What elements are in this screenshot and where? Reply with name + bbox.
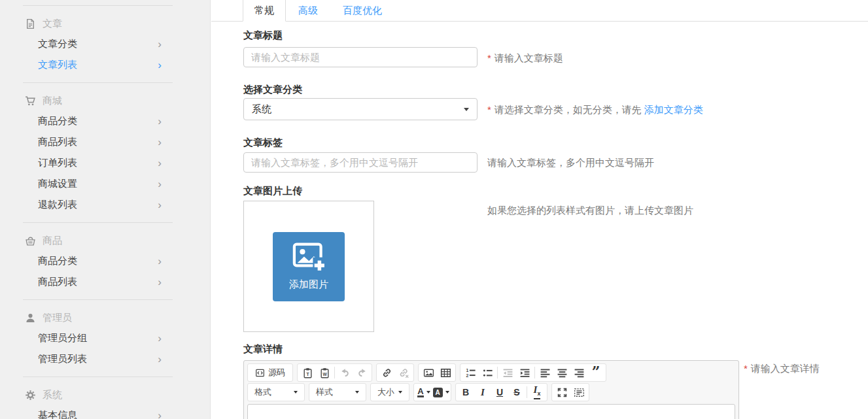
sidebar-section-product[interactable]: 商品 bbox=[0, 231, 210, 250]
toolbar-group-colors: A A bbox=[413, 383, 451, 401]
align-center-button[interactable] bbox=[553, 365, 570, 380]
align-left-button[interactable] bbox=[536, 365, 553, 380]
toolbar-separator bbox=[527, 386, 527, 398]
sidebar-divider bbox=[23, 222, 173, 223]
background-color-button[interactable]: A bbox=[432, 384, 449, 400]
caret-down-icon bbox=[294, 391, 298, 394]
required-mark: * bbox=[487, 52, 491, 63]
add-category-link[interactable]: 添加文章分类 bbox=[644, 104, 703, 115]
sidebar: 文章 文章分类 › 文章列表 › 商城 商品分类 › 商品列表 › 订单列表 ›… bbox=[0, 0, 211, 419]
sidebar-divider bbox=[23, 299, 173, 300]
bold-button[interactable]: B bbox=[457, 384, 474, 400]
article-title-input[interactable] bbox=[243, 47, 477, 67]
chevron-right-icon: › bbox=[158, 158, 162, 169]
tab-baidu-seo[interactable]: 百度优化 bbox=[330, 0, 394, 21]
sidebar-section-article[interactable]: 文章 bbox=[0, 14, 210, 33]
sidebar-item-mall-settings[interactable]: 商城设置 › bbox=[0, 173, 210, 194]
link-button[interactable] bbox=[378, 365, 395, 380]
chevron-right-icon: › bbox=[158, 410, 162, 419]
main-content: 常规 高级 百度优化 文章标题 *请输入文章标题 选择文章分类 系统 *请选择文… bbox=[211, 0, 868, 419]
toolbar-group-tools bbox=[551, 383, 589, 401]
underline-button[interactable]: U bbox=[491, 384, 508, 400]
bulleted-list-button[interactable] bbox=[479, 365, 496, 380]
tab-advanced[interactable]: 高级 bbox=[286, 0, 330, 21]
insert-table-button[interactable] bbox=[437, 365, 454, 380]
insert-image-button[interactable] bbox=[420, 365, 437, 380]
paste-as-text-button[interactable]: T bbox=[299, 365, 316, 380]
category-select-value: 系统 bbox=[252, 103, 271, 116]
ordered-list-button[interactable] bbox=[462, 365, 479, 380]
sidebar-section-system[interactable]: 系统 bbox=[0, 385, 210, 405]
show-blocks-button[interactable] bbox=[570, 384, 587, 400]
sidebar-item-product-list[interactable]: 商品列表 › bbox=[0, 271, 210, 292]
italic-button[interactable]: I bbox=[474, 384, 491, 400]
article-image-label: 文章图片上传 bbox=[243, 185, 302, 197]
chevron-right-icon: › bbox=[158, 199, 162, 210]
unlink-icon bbox=[398, 367, 409, 378]
sidebar-item-refund-list[interactable]: 退款列表 › bbox=[0, 194, 210, 215]
unlink-button[interactable] bbox=[395, 365, 412, 380]
sidebar-item-admin-group[interactable]: 管理员分组 › bbox=[0, 327, 210, 348]
cart-icon bbox=[25, 95, 36, 107]
editor-toolbar-row-1: 源码 T W bbox=[247, 363, 735, 382]
remove-format-button[interactable]: Ix bbox=[529, 384, 546, 400]
add-image-icon bbox=[290, 243, 327, 273]
article-tags-help: 请输入文章标签，多个用中文逗号隔开 bbox=[487, 157, 654, 169]
sidebar-item-article-category[interactable]: 文章分类 › bbox=[0, 33, 210, 54]
size-dropdown[interactable]: 大小 bbox=[372, 384, 408, 400]
chevron-right-icon: › bbox=[158, 277, 162, 288]
toolbar-separator bbox=[534, 367, 535, 378]
align-center-icon bbox=[557, 367, 568, 378]
link-icon bbox=[381, 367, 392, 378]
show-blocks-icon bbox=[574, 387, 585, 398]
sidebar-item-article-list[interactable]: 文章列表 › bbox=[0, 54, 210, 75]
sidebar-item-order-list[interactable]: 订单列表 › bbox=[0, 152, 210, 173]
sidebar-section-title: 商品 bbox=[43, 235, 62, 247]
sidebar-section-admin[interactable]: 管理员 bbox=[0, 308, 210, 327]
maximize-button[interactable] bbox=[553, 384, 570, 400]
add-image-button[interactable]: 添加图片 bbox=[273, 232, 345, 301]
blockquote-icon: ” bbox=[592, 368, 600, 377]
indent-icon bbox=[519, 367, 530, 378]
format-dropdown[interactable]: 格式 bbox=[249, 384, 303, 400]
sidebar-item-admin-list[interactable]: 管理员列表 › bbox=[0, 348, 210, 369]
indent-button[interactable] bbox=[516, 365, 533, 380]
article-category-label: 选择文章分类 bbox=[243, 84, 302, 96]
sidebar-item-goods-category[interactable]: 商品分类 › bbox=[0, 110, 210, 131]
sidebar-item-goods-list[interactable]: 商品列表 › bbox=[0, 131, 210, 152]
undo-button[interactable] bbox=[336, 365, 353, 380]
bulleted-list-icon bbox=[482, 367, 493, 378]
article-image-help: 如果您选择的列表样式有图片，请上传文章图片 bbox=[487, 205, 693, 217]
toolbar-group-format: 格式 bbox=[247, 383, 305, 401]
ordered-list-icon bbox=[465, 367, 476, 378]
article-title-help: *请输入文章标题 bbox=[487, 52, 563, 65]
background-color-icon: A bbox=[433, 388, 443, 397]
source-code-button[interactable]: 源码 bbox=[249, 365, 291, 380]
blockquote-button[interactable]: ” bbox=[587, 365, 604, 380]
align-right-button[interactable] bbox=[570, 365, 587, 380]
sidebar-item-product-category[interactable]: 商品分类 › bbox=[0, 250, 210, 271]
sidebar-section-title: 文章 bbox=[43, 18, 62, 30]
article-tags-input[interactable] bbox=[243, 152, 477, 173]
text-color-button[interactable]: A bbox=[415, 384, 432, 400]
maximize-icon bbox=[557, 387, 568, 398]
chevron-right-icon: › bbox=[158, 333, 162, 344]
editor-content-area[interactable] bbox=[247, 404, 735, 419]
sidebar-section-mall[interactable]: 商城 bbox=[0, 91, 210, 110]
paste-from-word-button[interactable]: W bbox=[316, 365, 333, 380]
caret-down-icon bbox=[398, 391, 402, 394]
outdent-button[interactable] bbox=[499, 365, 516, 380]
category-select[interactable]: 系统 bbox=[243, 98, 477, 120]
redo-button[interactable] bbox=[353, 365, 370, 380]
toolbar-group-size: 大小 bbox=[370, 383, 409, 401]
gear-icon bbox=[25, 390, 36, 401]
tab-general[interactable]: 常规 bbox=[243, 0, 286, 22]
toolbar-separator bbox=[334, 367, 335, 378]
strikethrough-button[interactable]: S bbox=[508, 384, 525, 400]
chevron-right-icon: › bbox=[158, 39, 162, 50]
article-tags-label: 文章标签 bbox=[243, 137, 283, 149]
style-dropdown[interactable]: 样式 bbox=[311, 384, 364, 400]
required-mark: * bbox=[744, 363, 748, 374]
sidebar-item-basic-info[interactable]: 基本信息 › bbox=[0, 405, 210, 419]
svg-text:T: T bbox=[306, 371, 309, 377]
